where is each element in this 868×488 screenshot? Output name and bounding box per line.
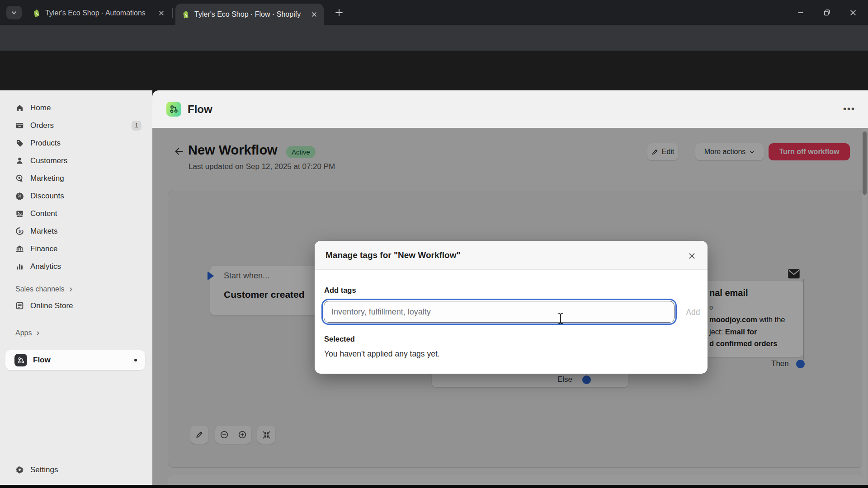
- sidebar-item-flow[interactable]: Flow: [5, 350, 145, 370]
- chevron-down-icon: [10, 9, 18, 16]
- close-icon[interactable]: [311, 11, 317, 18]
- unsaved-dot: [134, 359, 137, 361]
- sidebar-item-discounts[interactable]: Discounts: [0, 187, 152, 205]
- sidebar-item-label: Markets: [30, 227, 142, 236]
- sidebar-item-label: Flow: [33, 356, 51, 365]
- modal-title: Manage tags for "New Workflow": [326, 250, 460, 260]
- chevron-right-icon: [68, 287, 73, 292]
- orders-count-badge: 1: [132, 121, 142, 131]
- close-icon: [849, 9, 857, 16]
- browser-toolbar: admin.shopify.com/store/jy63jq-dc/apps/f…: [0, 25, 868, 51]
- sidebar-item-marketing[interactable]: Marketing: [0, 169, 152, 187]
- sidebar-item-customers[interactable]: Customers: [0, 152, 152, 169]
- sidebar-item-analytics[interactable]: Analytics: [0, 258, 152, 275]
- sidebar-item-label: Home: [30, 103, 142, 113]
- bottom-edge-bar: [0, 485, 868, 488]
- sidebar-item-label: Online Store: [30, 301, 142, 310]
- sidebar-item-content[interactable]: Content: [0, 205, 152, 222]
- close-icon[interactable]: [158, 10, 165, 16]
- add-tags-label: Add tags: [324, 286, 356, 295]
- sidebar-item-label: Settings: [30, 465, 142, 474]
- sidebar-item-label: Content: [30, 209, 142, 218]
- close-icon: [688, 252, 696, 260]
- flow-app-logo: [166, 102, 181, 117]
- shopify-favicon: [33, 9, 41, 17]
- sidebar-item-label: Products: [30, 139, 142, 148]
- sidebar-item-finance[interactable]: Finance: [0, 240, 152, 258]
- sidebar-item-label: Customers: [30, 156, 142, 165]
- gear-icon: [15, 465, 24, 474]
- app-overflow-menu[interactable]: •••: [843, 104, 855, 114]
- analytics-bars-icon: [15, 262, 24, 271]
- tag-input[interactable]: [324, 301, 675, 323]
- browser-tab-automations[interactable]: Tyler's Eco Shop · Automations: [27, 5, 170, 21]
- sidebar-section-sales-channels[interactable]: Sales channels: [0, 282, 152, 297]
- browser-tab-strip: Tyler's Eco Shop · Automations Tyler's E…: [0, 0, 868, 25]
- restore-icon: [823, 9, 830, 16]
- chevron-right-icon: [35, 331, 40, 336]
- empty-tags-text: You haven't applied any tags yet.: [324, 349, 440, 359]
- svg-text:$: $: [19, 229, 21, 234]
- minimize-icon: [797, 9, 804, 16]
- sidebar-item-online-store[interactable]: Online Store: [0, 297, 152, 314]
- manage-tags-modal: Manage tags for "New Workflow" Add tags …: [315, 241, 708, 374]
- window-restore-button[interactable]: [814, 0, 840, 25]
- products-tag-icon: [15, 139, 24, 147]
- sidebar-item-products[interactable]: Products: [0, 134, 152, 152]
- flow-app-header: Flow •••: [152, 90, 868, 128]
- section-label: Apps: [15, 329, 32, 337]
- window-close-button[interactable]: [840, 0, 866, 25]
- sidebar-item-label: Finance: [30, 244, 142, 253]
- tab-search-button[interactable]: [6, 6, 22, 19]
- sidebar-item-label: Analytics: [30, 262, 142, 271]
- shopify-topbar: shopify Search CTRL K 2 TES Tyler's Eco …: [0, 51, 868, 90]
- sidebar-item-label: Marketing: [30, 174, 142, 183]
- home-icon: [15, 103, 24, 112]
- screen: Tyler's Eco Shop · Automations Tyler's E…: [0, 0, 868, 488]
- finance-bank-icon: [15, 244, 24, 253]
- sidebar-item-label: Discounts: [30, 192, 142, 201]
- discounts-icon: [15, 192, 24, 200]
- content-icon: [15, 209, 24, 218]
- app-title: Flow: [188, 103, 212, 116]
- sidebar-item-orders[interactable]: Orders 1: [0, 117, 152, 134]
- text-cursor-pointer: [557, 313, 564, 324]
- orders-icon: [15, 121, 24, 130]
- window-minimize-button[interactable]: [788, 0, 814, 25]
- flow-app-icon: [14, 354, 27, 366]
- sidebar-item-label: Orders: [30, 121, 125, 130]
- sidebar-section-apps[interactable]: Apps: [0, 325, 152, 341]
- sidebar-item-home[interactable]: Home: [0, 99, 152, 117]
- sidebar: Home Orders 1 Products Customers Marketi…: [0, 90, 152, 485]
- customers-icon: [15, 156, 24, 165]
- tab-divider: [172, 8, 173, 18]
- online-store-icon: [15, 301, 24, 310]
- section-label: Sales channels: [15, 285, 65, 293]
- selected-label: Selected: [324, 335, 355, 343]
- tab-title: Tyler's Eco Shop · Flow · Shopify: [194, 10, 307, 19]
- sidebar-item-settings[interactable]: Settings: [0, 461, 152, 479]
- shopify-favicon: [182, 10, 190, 19]
- plus-icon: [334, 7, 344, 18]
- modal-header: Manage tags for "New Workflow": [315, 241, 708, 270]
- new-tab-button[interactable]: [334, 7, 344, 18]
- markets-icon: $: [15, 227, 24, 235]
- modal-close-button[interactable]: [684, 248, 699, 263]
- tab-title: Tyler's Eco Shop · Automations: [45, 9, 154, 17]
- marketing-icon: [15, 174, 24, 183]
- sidebar-item-markets[interactable]: $ Markets: [0, 222, 152, 240]
- browser-tab-flow[interactable]: Tyler's Eco Shop · Flow · Shopify: [175, 4, 324, 25]
- add-tag-button[interactable]: Add: [682, 306, 704, 319]
